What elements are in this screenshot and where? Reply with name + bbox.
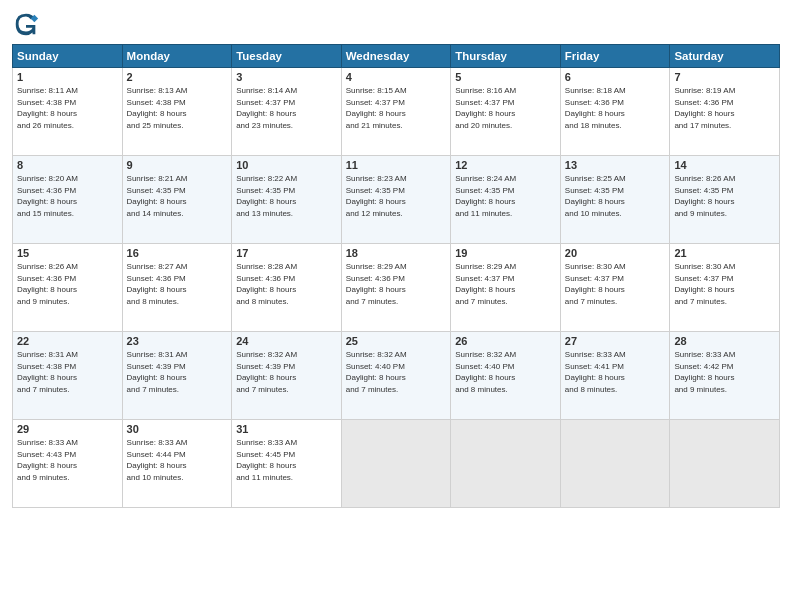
week-row-5: 29Sunrise: 8:33 AMSunset: 4:43 PMDayligh… [13, 420, 780, 508]
cell-info: Sunrise: 8:22 AMSunset: 4:35 PMDaylight:… [236, 173, 337, 219]
calendar-cell: 29Sunrise: 8:33 AMSunset: 4:43 PMDayligh… [13, 420, 123, 508]
cell-info: Sunrise: 8:29 AMSunset: 4:37 PMDaylight:… [455, 261, 556, 307]
calendar-cell: 19Sunrise: 8:29 AMSunset: 4:37 PMDayligh… [451, 244, 561, 332]
calendar-cell: 18Sunrise: 8:29 AMSunset: 4:36 PMDayligh… [341, 244, 451, 332]
calendar-cell: 30Sunrise: 8:33 AMSunset: 4:44 PMDayligh… [122, 420, 232, 508]
calendar-cell: 24Sunrise: 8:32 AMSunset: 4:39 PMDayligh… [232, 332, 342, 420]
cell-info: Sunrise: 8:14 AMSunset: 4:37 PMDaylight:… [236, 85, 337, 131]
calendar-cell: 3Sunrise: 8:14 AMSunset: 4:37 PMDaylight… [232, 68, 342, 156]
calendar-cell: 20Sunrise: 8:30 AMSunset: 4:37 PMDayligh… [560, 244, 670, 332]
cell-info: Sunrise: 8:15 AMSunset: 4:37 PMDaylight:… [346, 85, 447, 131]
day-number: 5 [455, 71, 556, 83]
header-day-monday: Monday [122, 45, 232, 68]
week-row-1: 1Sunrise: 8:11 AMSunset: 4:38 PMDaylight… [13, 68, 780, 156]
day-number: 31 [236, 423, 337, 435]
day-number: 3 [236, 71, 337, 83]
calendar-body: 1Sunrise: 8:11 AMSunset: 4:38 PMDaylight… [13, 68, 780, 508]
cell-info: Sunrise: 8:33 AMSunset: 4:41 PMDaylight:… [565, 349, 666, 395]
cell-info: Sunrise: 8:33 AMSunset: 4:44 PMDaylight:… [127, 437, 228, 483]
day-number: 18 [346, 247, 447, 259]
week-row-2: 8Sunrise: 8:20 AMSunset: 4:36 PMDaylight… [13, 156, 780, 244]
header-day-wednesday: Wednesday [341, 45, 451, 68]
day-number: 17 [236, 247, 337, 259]
calendar-cell [560, 420, 670, 508]
logo [12, 10, 42, 38]
calendar-cell: 17Sunrise: 8:28 AMSunset: 4:36 PMDayligh… [232, 244, 342, 332]
calendar-cell: 15Sunrise: 8:26 AMSunset: 4:36 PMDayligh… [13, 244, 123, 332]
cell-info: Sunrise: 8:19 AMSunset: 4:36 PMDaylight:… [674, 85, 775, 131]
cell-info: Sunrise: 8:30 AMSunset: 4:37 PMDaylight:… [565, 261, 666, 307]
day-number: 4 [346, 71, 447, 83]
calendar-cell: 10Sunrise: 8:22 AMSunset: 4:35 PMDayligh… [232, 156, 342, 244]
calendar-cell: 2Sunrise: 8:13 AMSunset: 4:38 PMDaylight… [122, 68, 232, 156]
calendar-cell: 5Sunrise: 8:16 AMSunset: 4:37 PMDaylight… [451, 68, 561, 156]
cell-info: Sunrise: 8:21 AMSunset: 4:35 PMDaylight:… [127, 173, 228, 219]
day-number: 29 [17, 423, 118, 435]
calendar-cell [341, 420, 451, 508]
calendar-cell: 13Sunrise: 8:25 AMSunset: 4:35 PMDayligh… [560, 156, 670, 244]
header-day-sunday: Sunday [13, 45, 123, 68]
calendar-cell: 25Sunrise: 8:32 AMSunset: 4:40 PMDayligh… [341, 332, 451, 420]
cell-info: Sunrise: 8:31 AMSunset: 4:38 PMDaylight:… [17, 349, 118, 395]
calendar-cell: 21Sunrise: 8:30 AMSunset: 4:37 PMDayligh… [670, 244, 780, 332]
week-row-4: 22Sunrise: 8:31 AMSunset: 4:38 PMDayligh… [13, 332, 780, 420]
cell-info: Sunrise: 8:33 AMSunset: 4:42 PMDaylight:… [674, 349, 775, 395]
day-number: 1 [17, 71, 118, 83]
calendar-cell: 23Sunrise: 8:31 AMSunset: 4:39 PMDayligh… [122, 332, 232, 420]
cell-info: Sunrise: 8:26 AMSunset: 4:35 PMDaylight:… [674, 173, 775, 219]
day-number: 19 [455, 247, 556, 259]
day-number: 20 [565, 247, 666, 259]
header [12, 10, 780, 38]
header-row: SundayMondayTuesdayWednesdayThursdayFrid… [13, 45, 780, 68]
cell-info: Sunrise: 8:27 AMSunset: 4:36 PMDaylight:… [127, 261, 228, 307]
cell-info: Sunrise: 8:13 AMSunset: 4:38 PMDaylight:… [127, 85, 228, 131]
day-number: 8 [17, 159, 118, 171]
day-number: 25 [346, 335, 447, 347]
header-day-saturday: Saturday [670, 45, 780, 68]
day-number: 14 [674, 159, 775, 171]
day-number: 9 [127, 159, 228, 171]
cell-info: Sunrise: 8:20 AMSunset: 4:36 PMDaylight:… [17, 173, 118, 219]
cell-info: Sunrise: 8:31 AMSunset: 4:39 PMDaylight:… [127, 349, 228, 395]
cell-info: Sunrise: 8:29 AMSunset: 4:36 PMDaylight:… [346, 261, 447, 307]
calendar-cell: 31Sunrise: 8:33 AMSunset: 4:45 PMDayligh… [232, 420, 342, 508]
day-number: 23 [127, 335, 228, 347]
calendar-cell: 16Sunrise: 8:27 AMSunset: 4:36 PMDayligh… [122, 244, 232, 332]
day-number: 7 [674, 71, 775, 83]
day-number: 10 [236, 159, 337, 171]
page: SundayMondayTuesdayWednesdayThursdayFrid… [0, 0, 792, 612]
calendar-cell: 22Sunrise: 8:31 AMSunset: 4:38 PMDayligh… [13, 332, 123, 420]
day-number: 6 [565, 71, 666, 83]
calendar-cell: 26Sunrise: 8:32 AMSunset: 4:40 PMDayligh… [451, 332, 561, 420]
cell-info: Sunrise: 8:32 AMSunset: 4:39 PMDaylight:… [236, 349, 337, 395]
cell-info: Sunrise: 8:11 AMSunset: 4:38 PMDaylight:… [17, 85, 118, 131]
day-number: 13 [565, 159, 666, 171]
day-number: 22 [17, 335, 118, 347]
calendar-cell: 6Sunrise: 8:18 AMSunset: 4:36 PMDaylight… [560, 68, 670, 156]
day-number: 2 [127, 71, 228, 83]
cell-info: Sunrise: 8:33 AMSunset: 4:45 PMDaylight:… [236, 437, 337, 483]
day-number: 30 [127, 423, 228, 435]
calendar-header: SundayMondayTuesdayWednesdayThursdayFrid… [13, 45, 780, 68]
cell-info: Sunrise: 8:32 AMSunset: 4:40 PMDaylight:… [346, 349, 447, 395]
logo-icon [12, 10, 40, 38]
day-number: 26 [455, 335, 556, 347]
calendar-cell: 28Sunrise: 8:33 AMSunset: 4:42 PMDayligh… [670, 332, 780, 420]
calendar-cell: 9Sunrise: 8:21 AMSunset: 4:35 PMDaylight… [122, 156, 232, 244]
cell-info: Sunrise: 8:25 AMSunset: 4:35 PMDaylight:… [565, 173, 666, 219]
cell-info: Sunrise: 8:24 AMSunset: 4:35 PMDaylight:… [455, 173, 556, 219]
header-day-thursday: Thursday [451, 45, 561, 68]
cell-info: Sunrise: 8:28 AMSunset: 4:36 PMDaylight:… [236, 261, 337, 307]
calendar-cell: 4Sunrise: 8:15 AMSunset: 4:37 PMDaylight… [341, 68, 451, 156]
cell-info: Sunrise: 8:18 AMSunset: 4:36 PMDaylight:… [565, 85, 666, 131]
day-number: 16 [127, 247, 228, 259]
calendar-cell: 11Sunrise: 8:23 AMSunset: 4:35 PMDayligh… [341, 156, 451, 244]
calendar-cell: 14Sunrise: 8:26 AMSunset: 4:35 PMDayligh… [670, 156, 780, 244]
calendar-cell [670, 420, 780, 508]
week-row-3: 15Sunrise: 8:26 AMSunset: 4:36 PMDayligh… [13, 244, 780, 332]
cell-info: Sunrise: 8:32 AMSunset: 4:40 PMDaylight:… [455, 349, 556, 395]
day-number: 28 [674, 335, 775, 347]
day-number: 15 [17, 247, 118, 259]
header-day-tuesday: Tuesday [232, 45, 342, 68]
calendar-cell [451, 420, 561, 508]
